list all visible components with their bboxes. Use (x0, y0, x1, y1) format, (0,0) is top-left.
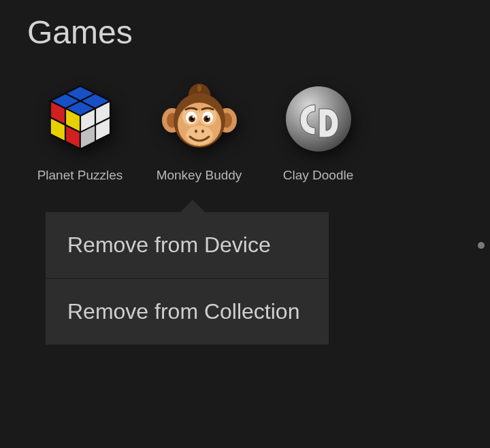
svg-point-26 (192, 116, 194, 118)
cube-icon (39, 78, 121, 160)
svg-point-28 (186, 126, 213, 145)
menu-item-remove-collection[interactable]: Remove from Collection (46, 278, 329, 345)
monkey-icon (159, 78, 240, 160)
game-item-monkey-buddy[interactable]: Monkey Buddy (146, 78, 252, 183)
game-label: Planet Puzzles (37, 168, 123, 183)
context-menu: Remove from Device Remove from Collectio… (46, 212, 329, 345)
menu-item-remove-device[interactable]: Remove from Device (46, 212, 329, 278)
game-label: Monkey Buddy (157, 168, 242, 183)
svg-point-29 (195, 130, 197, 133)
svg-point-31 (286, 86, 351, 152)
svg-point-27 (207, 116, 209, 118)
svg-point-30 (201, 130, 204, 133)
page-indicator-dot[interactable] (478, 242, 485, 249)
game-item-planet-puzzles[interactable]: Planet Puzzles (27, 78, 133, 183)
game-item-clay-doodle[interactable]: Clay Doodle (265, 78, 371, 183)
games-row: Planet Puzzles (0, 51, 490, 183)
clay-doodle-icon (278, 78, 359, 160)
page-title: Games (0, 0, 490, 51)
game-label: Clay Doodle (283, 168, 354, 183)
